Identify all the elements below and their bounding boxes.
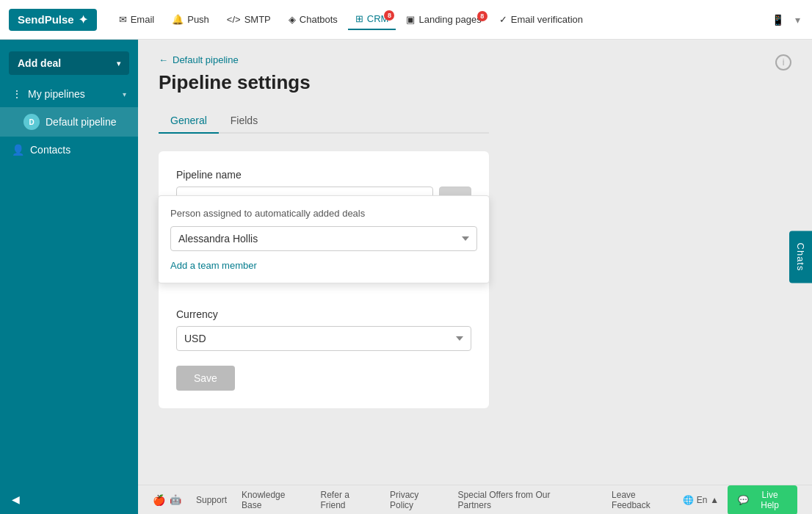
- nav-email[interactable]: ✉ Email: [112, 10, 162, 29]
- avatar: D: [23, 114, 40, 130]
- footer-knowledge-base-link[interactable]: Knowledge Base: [242, 490, 306, 510]
- language-selector[interactable]: 🌐 En ▲: [683, 495, 719, 505]
- add-team-member-link[interactable]: Add a team member: [170, 260, 257, 271]
- content-area: i ← Default pipeline Pipeline settings G…: [138, 40, 812, 485]
- nav-more-btn[interactable]: ▾: [792, 14, 803, 26]
- nav-crm[interactable]: ⊞ CRM 8: [348, 9, 396, 30]
- nav-landing-label: Landing pages: [418, 14, 481, 25]
- chats-tab[interactable]: Chats: [789, 231, 812, 283]
- nav-smtp[interactable]: </> SMTP: [220, 10, 278, 29]
- top-nav: SendPulse ✦ ✉ Email 🔔 Push </> SMTP ◈ Ch…: [0, 0, 812, 40]
- breadcrumb-label: Default pipeline: [173, 54, 239, 65]
- page-title: Pipeline settings: [159, 71, 791, 94]
- nav-landing[interactable]: ▣ Landing pages 8: [399, 10, 488, 29]
- default-pipeline-label: Default pipeline: [46, 116, 117, 128]
- push-icon: 🔔: [172, 14, 184, 25]
- nav-email-label: Email: [131, 14, 155, 25]
- live-help-icon: 💬: [738, 495, 749, 505]
- funnel-icon: ⋮: [12, 88, 22, 100]
- lang-chevron: ▲: [710, 495, 719, 505]
- leave-feedback-link[interactable]: Leave Feedback: [612, 490, 674, 510]
- currency-label: Currency: [176, 308, 471, 320]
- nav-email-verification[interactable]: ✓ Email verification: [492, 10, 590, 29]
- tab-general[interactable]: General: [159, 109, 219, 134]
- footer-privacy-link[interactable]: Privacy Policy: [390, 490, 443, 510]
- nav-push-label: Push: [187, 14, 209, 25]
- sidebar-item-contacts[interactable]: 👤 Contacts: [0, 137, 138, 163]
- nav-push[interactable]: 🔔 Push: [164, 10, 217, 29]
- layout: Add deal ▾ ⋮ My pipelines ▾ D Default pi…: [0, 40, 812, 514]
- my-pipelines-label: My pipelines: [28, 88, 85, 100]
- currency-section: Currency USD EUR GBP: [176, 308, 471, 351]
- nav-chatbots-label: Chatbots: [300, 14, 338, 25]
- footer-right: Leave Feedback 🌐 En ▲ 💬 Live Help: [612, 485, 797, 515]
- crm-icon: ⊞: [355, 13, 363, 24]
- nav-smtp-label: SMTP: [244, 14, 271, 25]
- pipeline-name-label: Pipeline name: [176, 169, 471, 181]
- nav-chatbots[interactable]: ◈ Chatbots: [281, 10, 345, 29]
- form-card: Pipeline name ▾ Person assigned to autom…: [159, 151, 489, 408]
- my-pipelines-chevron: ▾: [123, 90, 126, 98]
- add-deal-chevron: ▾: [117, 59, 120, 68]
- footer-icons: 🍎 🤖: [153, 494, 181, 506]
- sidebar-item-my-pipelines[interactable]: ⋮ My pipelines ▾: [0, 81, 138, 107]
- breadcrumb-arrow: ←: [159, 54, 168, 65]
- mobile-icon-btn[interactable]: 📱: [766, 8, 789, 32]
- breadcrumb[interactable]: ← Default pipeline: [159, 54, 791, 65]
- smtp-icon: </>: [227, 14, 241, 25]
- sidebar: Add deal ▾ ⋮ My pipelines ▾ D Default pi…: [0, 40, 138, 514]
- dropdown-overlay: Person assigned to automatically added d…: [158, 195, 490, 283]
- globe-icon: 🌐: [683, 495, 694, 505]
- contacts-label: Contacts: [30, 144, 70, 156]
- android-icon: 🤖: [170, 494, 181, 505]
- live-help-label: Live Help: [753, 490, 787, 510]
- person-assigned-select[interactable]: Alessandra Hollis Team Member 2: [170, 226, 477, 251]
- footer: 🍎 🤖 Support Knowledge Base Refer a Frien…: [138, 485, 812, 514]
- apple-icon: 🍎: [153, 494, 165, 506]
- save-button[interactable]: Save: [176, 366, 235, 391]
- landing-badge: 8: [477, 11, 487, 21]
- email-verify-icon: ✓: [499, 14, 507, 25]
- sidebar-item-default-pipeline[interactable]: D Default pipeline: [0, 107, 138, 137]
- main-content: i ← Default pipeline Pipeline settings G…: [138, 40, 812, 514]
- email-icon: ✉: [119, 14, 127, 25]
- collapse-icon: ◀: [12, 493, 20, 505]
- logo[interactable]: SendPulse ✦: [9, 9, 97, 31]
- footer-support-link[interactable]: Support: [196, 495, 227, 505]
- language-label: En: [697, 495, 708, 505]
- crm-badge: 8: [384, 10, 394, 21]
- chatbots-icon: ◈: [289, 14, 296, 25]
- footer-special-offers-link[interactable]: Special Offers from Our Partners: [458, 490, 583, 510]
- info-icon-btn[interactable]: i: [775, 54, 791, 70]
- nav-email-verification-label: Email verification: [511, 14, 583, 25]
- footer-refer-link[interactable]: Refer a Friend: [321, 490, 376, 510]
- contacts-icon: 👤: [12, 144, 24, 156]
- logo-icon: SendPulse: [18, 13, 74, 26]
- mobile-icon: 📱: [772, 14, 784, 26]
- tab-fields[interactable]: Fields: [219, 109, 269, 134]
- currency-select[interactable]: USD EUR GBP: [176, 326, 471, 351]
- logo-symbol: ✦: [79, 13, 88, 26]
- sidebar-collapse-btn[interactable]: ◀: [0, 485, 138, 514]
- landing-icon: ▣: [406, 14, 415, 25]
- person-assigned-label: Person assigned to automatically added d…: [170, 208, 477, 219]
- tabs: General Fields: [159, 109, 489, 134]
- add-deal-label: Add deal: [18, 57, 61, 69]
- live-help-button[interactable]: 💬 Live Help: [728, 485, 797, 515]
- add-deal-button[interactable]: Add deal ▾: [9, 51, 129, 75]
